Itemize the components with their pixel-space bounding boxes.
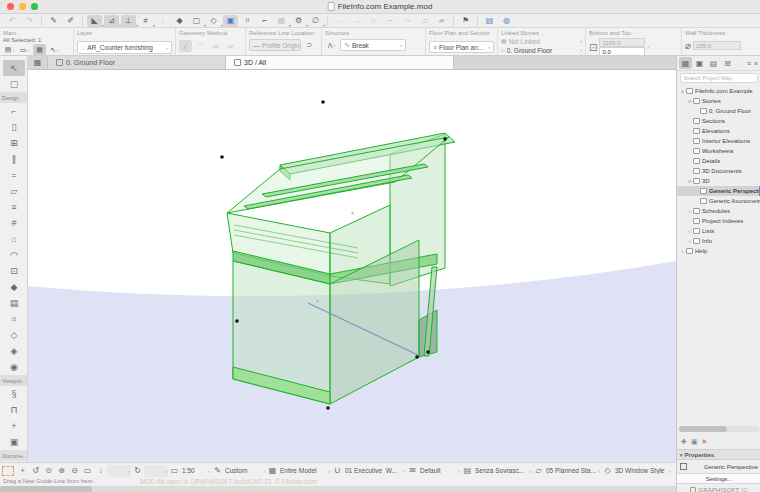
expander-icon[interactable]: › — [686, 208, 693, 214]
railing-tool[interactable]: # — [0, 215, 28, 231]
shell-tool[interactable]: ◠ — [0, 247, 28, 263]
corner-b-icon[interactable]: ¬ — [400, 15, 415, 27]
reference-line-combo[interactable]: — Profile Origin › — [249, 39, 301, 51]
tree-item-stories[interactable]: ∨Stories — [677, 96, 760, 106]
scale-value[interactable]: 1:50› — [181, 465, 211, 477]
scale-icon[interactable]: ▭ — [168, 465, 181, 477]
project-map-tab[interactable]: ▦ — [679, 57, 692, 69]
linked-top-row[interactable]: ▤ Not Linked › — [501, 37, 582, 46]
quick-layers-icon[interactable]: ⌗ — [240, 15, 255, 27]
tree-item-project-indexes[interactable]: Project Indexes — [677, 216, 760, 226]
bottom-elevation-field[interactable]: 0.0 — [599, 47, 645, 55]
geometry-rectangle-button[interactable]: ▭ — [209, 40, 222, 52]
zoom-out-icon[interactable]: ⊖ — [68, 465, 81, 477]
beam-tool[interactable]: = — [0, 167, 28, 183]
next-view-icon[interactable]: → — [349, 15, 364, 27]
layer-combination-icon[interactable]: U — [331, 465, 344, 477]
expander-icon[interactable]: ∨ — [679, 88, 686, 94]
linked-bottom-row[interactable]: ⌂ 0. Ground Floor › — [501, 46, 582, 55]
object-tool[interactable]: ◈ — [0, 343, 28, 359]
view-style-icon[interactable]: ◇ — [601, 465, 614, 477]
look-down-icon[interactable]: ↓ — [94, 465, 107, 477]
model-filter-value[interactable]: Entire Model› — [279, 465, 331, 477]
view-map-tab[interactable]: ▣ — [693, 57, 706, 69]
view-style-value[interactable]: 3D Window Style› — [614, 465, 672, 477]
tree-item-generic-axonometry[interactable]: Generic Axonometry — [677, 196, 760, 206]
renovation-filter-value[interactable]: 05 Planned Sta...› — [545, 465, 601, 477]
top-elevation-field[interactable]: 1100.0 — [599, 38, 645, 47]
pan-b-icon[interactable]: ▰ — [434, 15, 449, 27]
dimension-icon[interactable]: ✉ — [406, 465, 419, 477]
tree-item-generic-perspective[interactable]: Generic Perspective — [677, 186, 760, 196]
door-tool[interactable]: ▯ — [0, 119, 28, 135]
zoom-level[interactable]: › — [107, 465, 131, 477]
tree-item-sections[interactable]: Sections — [677, 116, 760, 126]
selection-handle[interactable] — [321, 100, 325, 104]
wall-tool[interactable]: ⌐ — [0, 103, 28, 119]
tree-item-worksheets[interactable]: Worksheets — [677, 146, 760, 156]
delete-property-button[interactable]: ✕ — [702, 438, 708, 446]
elevation-tool[interactable]: Π — [0, 402, 28, 418]
properties-header[interactable]: ▾ Properties — [677, 449, 760, 460]
geometry-straight-button[interactable]: ∕ — [179, 40, 192, 52]
tree-item-project-root[interactable]: ∨FileInfo.com Example — [677, 86, 760, 96]
teamwork-icon[interactable]: ◍ — [499, 15, 514, 27]
bottom-scrollbar[interactable] — [0, 486, 676, 492]
flag-icon[interactable]: ⚑ — [458, 15, 473, 27]
bottom-scrollbar-thumb[interactable] — [0, 486, 92, 492]
arrow-mode-button[interactable]: ↖› — [48, 44, 61, 55]
snap-guides-icon[interactable]: ▣ — [223, 15, 238, 27]
guide-line-widget[interactable] — [2, 466, 14, 476]
undo-icon[interactable]: ↶ — [5, 15, 20, 27]
override-value[interactable]: Senza Sovrasc...› — [474, 465, 532, 477]
settings-gear-icon[interactable]: ⚙▾ — [291, 15, 306, 27]
tree-item-info[interactable]: ›Info — [677, 236, 760, 246]
settings-button[interactable]: Settings... — [677, 473, 760, 484]
window-tool[interactable]: ⊞ — [0, 135, 28, 151]
arrow-mode-icon[interactable]: ◣▾ — [87, 15, 102, 27]
pick-up-parameters-icon[interactable]: ✎ — [46, 15, 61, 27]
pen-set-value[interactable]: Custom› — [224, 465, 266, 477]
fit-in-window-icon[interactable]: ▭ — [81, 465, 94, 477]
stair-tool[interactable]: ≡ — [0, 199, 28, 215]
wall-thickness-field[interactable]: 105.0 — [693, 41, 741, 50]
tree-item-schedules[interactable]: ›Schedules — [677, 206, 760, 216]
selected-view-row[interactable]: Generic Perspective — [677, 461, 760, 472]
tree-item-3d[interactable]: ∨3D — [677, 176, 760, 186]
pen-set-icon[interactable]: ✎ — [211, 465, 224, 477]
redo-icon[interactable]: ↷ — [22, 15, 37, 27]
tree-item-elevations[interactable]: Elevations — [677, 126, 760, 136]
camera-tool[interactable]: ▣ — [0, 434, 28, 450]
roof-tool[interactable]: ⌂ — [0, 231, 28, 247]
dimension-value[interactable]: Default› — [419, 465, 461, 477]
selection-handle[interactable] — [235, 319, 239, 323]
pan-a-icon[interactable]: ▱ — [417, 15, 432, 27]
pan-icon[interactable]: + — [16, 465, 29, 477]
slab-tool[interactable]: ▱ — [0, 183, 28, 199]
toolbox-group-docume-[interactable]: Docume... — [0, 450, 28, 461]
grid-snap-icon[interactable]: #▾ — [138, 15, 153, 27]
layer-combination-value[interactable]: 01 Executive_W...› — [344, 465, 406, 477]
mesh-tool[interactable]: ◇ — [0, 327, 28, 343]
expander-icon[interactable]: › — [679, 248, 686, 254]
tree-item-ground-floor[interactable]: 0. Ground Floor — [677, 106, 760, 116]
selection-handle[interactable] — [443, 137, 447, 141]
tree-item-3d-documents[interactable]: 3D Documents — [677, 166, 760, 176]
orbit-icon[interactable]: ↺ — [29, 465, 42, 477]
structure-type-button[interactable]: Λ› — [325, 39, 338, 51]
expander-icon[interactable]: › — [686, 238, 693, 244]
column-tool[interactable]: ∥ — [0, 151, 28, 167]
toolbox-group-viewpoi-[interactable]: Viewpoi... — [0, 375, 28, 386]
copy-property-button[interactable]: ▣ — [691, 438, 698, 446]
floorplan-display-combo[interactable]: ≡ Floor Plan and Section... › — [429, 41, 494, 53]
selection-handle[interactable] — [326, 406, 330, 410]
navigator-menu-icon[interactable]: ≡ — [747, 60, 751, 67]
navigator-hscrollbar[interactable] — [679, 426, 759, 432]
prev-view-icon[interactable]: ← — [332, 15, 347, 27]
geometry-curved-button[interactable]: ◠ — [194, 40, 207, 52]
lamp-tool[interactable]: ◉ — [0, 359, 28, 375]
tab-overview-button[interactable]: ▦ — [28, 56, 48, 69]
tab-ground-floor[interactable]: 0. Ground Floor — [48, 56, 226, 69]
layer-combo[interactable]: ◌ AR_Counter furnishing › — [77, 41, 172, 54]
favorites-button[interactable]: ▭› — [18, 44, 31, 55]
